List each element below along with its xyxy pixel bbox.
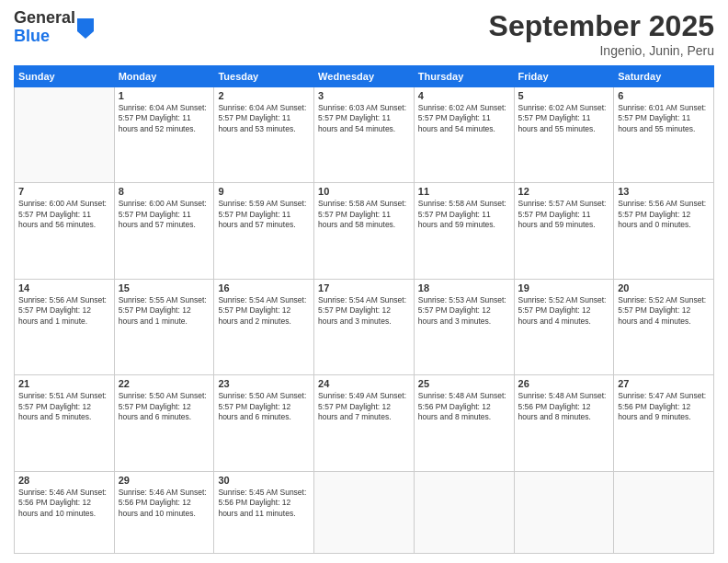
logo-icon [77,18,94,39]
day-number: 26 [518,378,610,389]
table-row: 17Sunrise: 5:54 AM Sunset: 5:57 PM Dayli… [314,279,415,374]
table-row: 21Sunrise: 5:51 AM Sunset: 5:57 PM Dayli… [15,375,115,471]
table-row: 19Sunrise: 5:52 AM Sunset: 5:57 PM Dayli… [514,279,614,374]
day-number: 6 [618,90,710,101]
cell-info: Sunrise: 6:04 AM Sunset: 5:57 PM Dayligh… [119,103,210,134]
table-row: 18Sunrise: 5:53 AM Sunset: 5:57 PM Dayli… [414,279,514,374]
day-number: 11 [418,186,510,197]
svg-marker-0 [77,18,94,39]
cell-info: Sunrise: 5:46 AM Sunset: 5:56 PM Dayligh… [18,488,110,519]
col-sunday: Sunday [15,66,115,87]
table-row: 13Sunrise: 5:56 AM Sunset: 5:57 PM Dayli… [614,183,714,279]
logo-general: General [14,9,75,28]
day-number: 4 [418,90,510,101]
cell-info: Sunrise: 6:00 AM Sunset: 5:57 PM Dayligh… [18,199,110,230]
day-number: 3 [318,90,410,101]
day-number: 19 [518,282,610,293]
table-row: 25Sunrise: 5:48 AM Sunset: 5:56 PM Dayli… [414,375,514,471]
cell-info: Sunrise: 5:56 AM Sunset: 5:57 PM Dayligh… [618,199,710,230]
table-row: 26Sunrise: 5:48 AM Sunset: 5:56 PM Dayli… [514,375,614,471]
table-row: 5Sunrise: 6:02 AM Sunset: 5:57 PM Daylig… [514,87,614,183]
col-wednesday: Wednesday [314,66,415,87]
day-number: 2 [218,90,310,101]
cell-info: Sunrise: 6:04 AM Sunset: 5:57 PM Dayligh… [218,103,310,134]
table-row: 6Sunrise: 6:01 AM Sunset: 5:57 PM Daylig… [614,87,714,183]
table-row: 12Sunrise: 5:57 AM Sunset: 5:57 PM Dayli… [514,183,614,279]
day-number: 22 [119,378,210,389]
header: General Blue September 2025 Ingenio, Jun… [14,9,714,58]
cell-info: Sunrise: 5:46 AM Sunset: 5:56 PM Dayligh… [119,488,210,519]
table-row [514,471,614,553]
month-title: September 2025 [489,9,714,43]
table-row: 22Sunrise: 5:50 AM Sunset: 5:57 PM Dayli… [114,375,214,471]
day-number: 15 [119,282,210,293]
day-number: 27 [618,378,710,389]
day-number: 9 [218,186,310,197]
calendar-header-row: Sunday Monday Tuesday Wednesday Thursday… [15,66,714,87]
table-row [15,87,115,183]
cell-info: Sunrise: 5:50 AM Sunset: 5:57 PM Dayligh… [119,391,210,422]
table-row: 15Sunrise: 5:55 AM Sunset: 5:57 PM Dayli… [114,279,214,374]
day-number: 20 [618,282,710,293]
day-number: 12 [518,186,610,197]
day-number: 17 [318,282,410,293]
table-row: 24Sunrise: 5:49 AM Sunset: 5:57 PM Dayli… [314,375,415,471]
table-row: 28Sunrise: 5:46 AM Sunset: 5:56 PM Dayli… [15,471,115,553]
table-row: 11Sunrise: 5:58 AM Sunset: 5:57 PM Dayli… [414,183,514,279]
table-row: 3Sunrise: 6:03 AM Sunset: 5:57 PM Daylig… [314,87,415,183]
cell-info: Sunrise: 5:54 AM Sunset: 5:57 PM Dayligh… [218,295,310,327]
day-number: 1 [119,90,210,101]
col-friday: Friday [514,66,614,87]
table-row: 29Sunrise: 5:46 AM Sunset: 5:56 PM Dayli… [114,471,214,553]
table-row: 4Sunrise: 6:02 AM Sunset: 5:57 PM Daylig… [414,87,514,183]
cell-info: Sunrise: 5:59 AM Sunset: 5:57 PM Dayligh… [218,199,310,230]
cell-info: Sunrise: 6:00 AM Sunset: 5:57 PM Dayligh… [119,199,210,230]
cell-info: Sunrise: 5:51 AM Sunset: 5:57 PM Dayligh… [18,391,110,422]
day-number: 21 [18,378,110,389]
cell-info: Sunrise: 5:47 AM Sunset: 5:56 PM Dayligh… [618,391,710,422]
col-monday: Monday [114,66,214,87]
table-row: 16Sunrise: 5:54 AM Sunset: 5:57 PM Dayli… [214,279,314,374]
table-row: 14Sunrise: 5:56 AM Sunset: 5:57 PM Dayli… [15,279,115,374]
day-number: 18 [418,282,510,293]
day-number: 10 [318,186,410,197]
day-number: 24 [318,378,410,389]
table-row [314,471,415,553]
cell-info: Sunrise: 6:02 AM Sunset: 5:57 PM Dayligh… [518,103,610,134]
logo-blue: Blue [14,28,75,46]
day-number: 25 [418,378,510,389]
table-row: 8Sunrise: 6:00 AM Sunset: 5:57 PM Daylig… [114,183,214,279]
cell-info: Sunrise: 5:58 AM Sunset: 5:57 PM Dayligh… [318,199,410,230]
cell-info: Sunrise: 5:57 AM Sunset: 5:57 PM Dayligh… [518,199,610,230]
logo-text: General Blue [14,9,75,46]
table-row: 20Sunrise: 5:52 AM Sunset: 5:57 PM Dayli… [614,279,714,374]
cell-info: Sunrise: 6:01 AM Sunset: 5:57 PM Dayligh… [618,103,710,134]
cell-info: Sunrise: 5:50 AM Sunset: 5:57 PM Dayligh… [218,391,310,422]
table-row: 10Sunrise: 5:58 AM Sunset: 5:57 PM Dayli… [314,183,415,279]
cell-info: Sunrise: 5:55 AM Sunset: 5:57 PM Dayligh… [119,295,210,327]
col-thursday: Thursday [414,66,514,87]
table-row: 2Sunrise: 6:04 AM Sunset: 5:57 PM Daylig… [214,87,314,183]
day-number: 7 [18,186,110,197]
col-saturday: Saturday [614,66,714,87]
day-number: 28 [18,475,110,486]
day-number: 30 [218,475,310,486]
day-number: 14 [18,282,110,293]
table-row: 1Sunrise: 6:04 AM Sunset: 5:57 PM Daylig… [114,87,214,183]
table-row: 27Sunrise: 5:47 AM Sunset: 5:56 PM Dayli… [614,375,714,471]
logo: General Blue [14,9,94,46]
cell-info: Sunrise: 5:48 AM Sunset: 5:56 PM Dayligh… [418,391,510,422]
cell-info: Sunrise: 6:03 AM Sunset: 5:57 PM Dayligh… [318,103,410,134]
cell-info: Sunrise: 5:58 AM Sunset: 5:57 PM Dayligh… [418,199,510,230]
cell-info: Sunrise: 5:53 AM Sunset: 5:57 PM Dayligh… [418,295,510,327]
calendar-table: Sunday Monday Tuesday Wednesday Thursday… [14,65,714,554]
day-number: 5 [518,90,610,101]
day-number: 8 [119,186,210,197]
col-tuesday: Tuesday [214,66,314,87]
day-number: 16 [218,282,310,293]
title-block: September 2025 Ingenio, Junin, Peru [489,9,714,58]
table-row: 23Sunrise: 5:50 AM Sunset: 5:57 PM Dayli… [214,375,314,471]
cell-info: Sunrise: 5:45 AM Sunset: 5:56 PM Dayligh… [218,488,310,519]
cell-info: Sunrise: 5:49 AM Sunset: 5:57 PM Dayligh… [318,391,410,422]
table-row: 7Sunrise: 6:00 AM Sunset: 5:57 PM Daylig… [15,183,115,279]
